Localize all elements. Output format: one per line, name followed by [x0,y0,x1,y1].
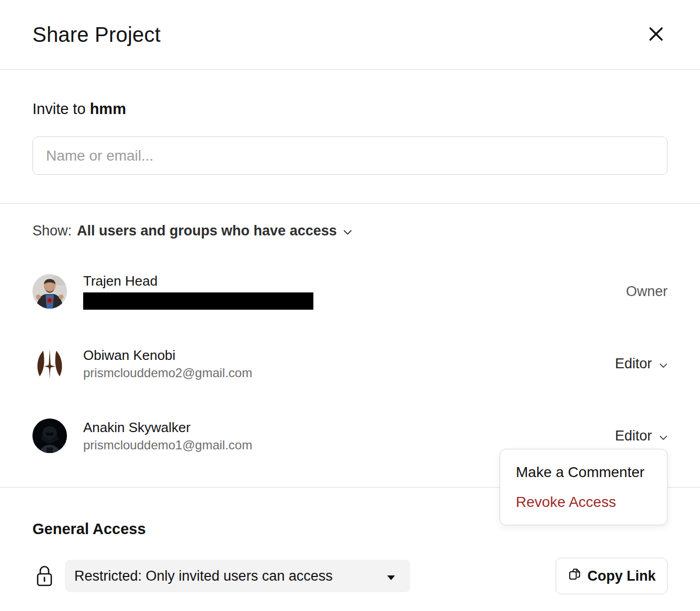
menu-item-make-commenter[interactable]: Make a Commenter [500,457,667,487]
avatar-jedi-order-emblem [32,346,67,381]
close-button[interactable] [645,23,668,46]
member-row: Anakin Skywalker prismclouddemo1@gmail.c… [32,418,668,453]
member-name: Obiwan Kenobi [83,347,252,363]
member-email: prismclouddemo1@gmail.com [83,438,252,452]
avatar-darth-vader [32,418,67,453]
show-filter-prefix: Show: [32,223,72,239]
general-access-section: General Access Restricted: Only invited … [0,520,700,594]
share-project-dialog: Share Project Invite to hmm Show: All us… [0,0,700,594]
invite-label-prefix: Invite to [32,100,90,117]
role-label-editor: Editor [615,428,652,444]
access-restriction-dropdown[interactable]: Restricted: Only invited users can acces… [65,560,410,592]
invite-label: Invite to hmm [32,100,668,118]
role-label-owner: Owner [626,284,668,300]
member-row: Trajen Head Owner [32,274,668,309]
dialog-header: Share Project [0,0,700,69]
member-email: prismclouddemo2@gmail.com [83,366,252,380]
project-name: hmm [90,100,126,117]
menu-item-revoke-access[interactable]: Revoke Access [500,487,667,517]
member-role: Owner [626,284,668,300]
role-dropdown-editor[interactable]: Editor [615,356,668,372]
access-restriction-label: Restricted: Only invited users can acces… [74,568,333,584]
role-label-editor: Editor [615,356,652,372]
member-info: Anakin Skywalker prismclouddemo1@gmail.c… [83,420,252,452]
member-row: Obiwan Kenobi prismclouddemo2@gmail.com … [32,346,668,381]
chevron-down-icon [659,428,668,444]
member-role: Editor [615,428,668,444]
dialog-title: Share Project [32,23,161,47]
chevron-down-icon [342,223,352,239]
invite-input[interactable] [32,137,668,175]
chevron-down-icon [659,356,668,372]
general-access-controls: Restricted: Only invited users can acces… [32,558,668,594]
caret-down-icon [387,568,396,584]
copy-link-label: Copy Link [588,568,656,584]
invite-section: Invite to hmm [0,70,700,203]
member-info: Trajen Head [83,273,313,310]
show-filter-dropdown[interactable]: Show: All users and groups who have acce… [32,223,352,239]
show-filter-selection: All users and groups who have access [77,223,337,239]
close-icon [648,26,664,44]
lock-icon [36,564,53,587]
access-list-section: Show: All users and groups who have acce… [0,223,700,487]
role-menu: Make a Commenter Revoke Access [500,449,668,525]
member-role: Editor [615,356,668,372]
copy-icon [568,567,582,585]
copy-link-button[interactable]: Copy Link [556,558,668,594]
role-dropdown-editor-open[interactable]: Editor [615,428,668,444]
redacted-email [83,292,313,310]
member-name: Trajen Head [83,273,313,289]
member-name: Anakin Skywalker [83,420,252,435]
invite-divider [0,203,700,204]
avatar-trajen-head [32,274,67,309]
member-info: Obiwan Kenobi prismclouddemo2@gmail.com [83,347,252,380]
